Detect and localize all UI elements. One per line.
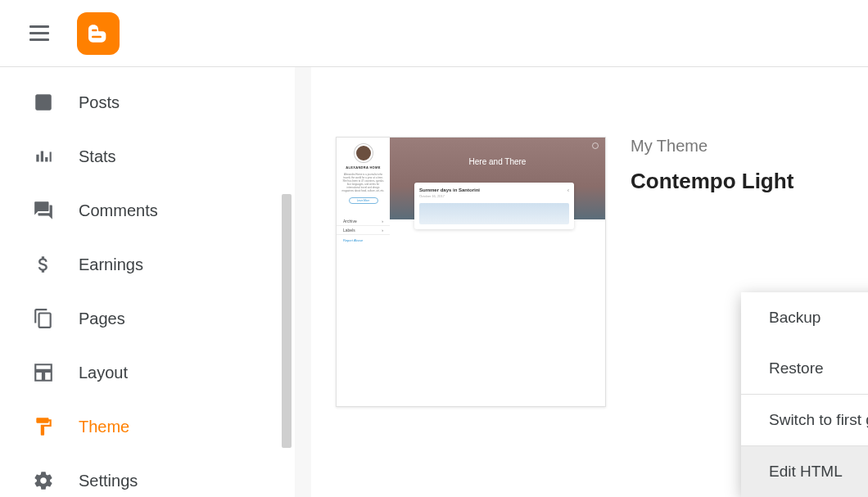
settings-icon (33, 470, 54, 491)
comments-icon (33, 200, 54, 221)
sidebar-item-pages[interactable]: Pages (0, 291, 295, 346)
preview-search-icon (592, 142, 599, 149)
sidebar-item-label: Pages (79, 309, 125, 328)
sidebar-item-theme[interactable]: Theme (0, 400, 295, 454)
preview-blog-title: Here and There (390, 157, 605, 166)
earnings-icon (33, 254, 54, 275)
sidebar-nav: Posts Stats Comments Earnings Pages Layo… (0, 67, 295, 497)
sidebar-item-stats[interactable]: Stats (0, 129, 295, 183)
theme-actions-menu: Backup Restore Switch to first generatio… (741, 292, 868, 497)
blogger-logo[interactable] (77, 12, 120, 55)
preview-bio: Alexandra Home is a journalist who trave… (337, 173, 390, 192)
preview-post-date: October 16, 2017 (419, 194, 569, 198)
preview-cta: Learn More (349, 197, 378, 204)
theme-preview-thumbnail[interactable]: ALEXANDRA HOME Alexandra Home is a journ… (336, 137, 606, 407)
pages-icon (33, 308, 54, 329)
sidebar-item-comments[interactable]: Comments (0, 183, 295, 237)
preview-post-image (419, 203, 569, 224)
scroll-thumb[interactable] (282, 194, 292, 448)
preview-post-title: Summer days in Santorini (419, 188, 569, 192)
main-content: ALEXANDRA HOME Alexandra Home is a journ… (295, 67, 868, 497)
layout-icon (33, 362, 54, 383)
menu-item-edit-html[interactable]: Edit HTML (741, 446, 868, 497)
app-header (0, 0, 868, 67)
sidebar-item-label: Posts (79, 93, 120, 112)
sidebar-scrollbar[interactable] (280, 67, 295, 497)
preview-post-card: ‹ Summer days in Santorini October 16, 2… (414, 183, 574, 229)
theme-name: Contempo Light (631, 169, 793, 194)
preview-sidebar: ALEXANDRA HOME Alexandra Home is a journ… (337, 138, 390, 406)
menu-icon[interactable] (25, 20, 54, 46)
sidebar-item-label: Theme (79, 418, 129, 436)
sidebar-item-posts[interactable]: Posts (0, 75, 295, 129)
sidebar-item-earnings[interactable]: Earnings (0, 237, 295, 291)
preview-report: Report Abuse (337, 235, 390, 246)
sidebar-item-layout[interactable]: Layout (0, 346, 295, 400)
sidebar-item-label: Layout (79, 364, 128, 382)
preview-archive: Archive› (337, 217, 390, 226)
sidebar-item-label: Stats (79, 147, 116, 166)
sidebar-item-label: Settings (79, 472, 138, 490)
sidebar-item-label: Earnings (79, 255, 143, 274)
preview-labels: Labels› (337, 226, 390, 235)
sidebar-item-label: Comments (79, 201, 158, 220)
theme-icon (33, 416, 54, 437)
menu-item-restore[interactable]: Restore (741, 343, 868, 394)
sidebar-item-settings[interactable]: Settings (0, 454, 295, 497)
avatar (355, 144, 373, 162)
menu-item-switch-classic[interactable]: Switch to first generation Classic theme (741, 395, 868, 445)
posts-icon (33, 92, 54, 113)
preview-author: ALEXANDRA HOME (337, 165, 390, 169)
theme-section-label: My Theme (631, 137, 793, 156)
stats-icon (33, 146, 54, 167)
close-icon: ‹ (567, 188, 569, 193)
menu-item-backup[interactable]: Backup (741, 292, 868, 343)
